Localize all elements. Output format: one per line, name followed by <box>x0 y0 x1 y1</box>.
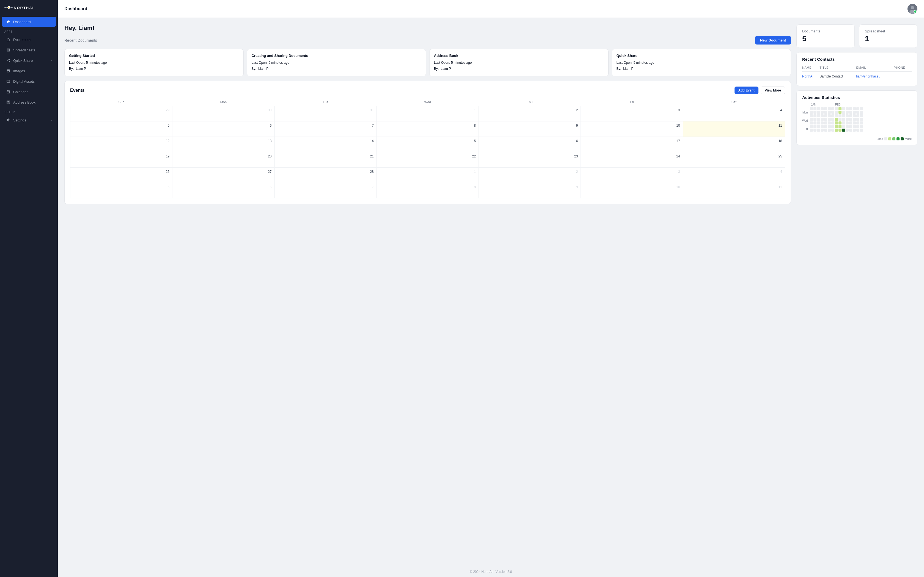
avatar[interactable] <box>908 4 918 14</box>
cal-day[interactable]: 26 <box>70 168 173 183</box>
cal-day[interactable]: 5 <box>70 121 173 137</box>
sidebar-item-label: Spreadsheets <box>13 48 35 52</box>
heatmap-cell <box>849 118 852 121</box>
sidebar-item-digital-assets[interactable]: Digital Assets <box>2 76 56 86</box>
heatmap-col <box>817 107 820 135</box>
contact-name-link[interactable]: NorthAI <box>802 74 813 78</box>
doc-card-0[interactable]: Getting Started Last Open: 5 minutes ago… <box>65 49 244 76</box>
cal-day[interactable]: 10 <box>581 121 683 137</box>
doc-card-2[interactable]: Address Book Last Open: 5 minutes ago By… <box>429 49 609 76</box>
cal-day[interactable]: 30 <box>173 106 275 121</box>
cal-day[interactable]: 8 <box>376 183 478 198</box>
cal-day[interactable]: 20 <box>173 152 275 168</box>
cal-day[interactable]: 4 <box>683 106 785 121</box>
contact-email-link[interactable]: liam@northai.eu <box>856 74 880 78</box>
cal-day[interactable]: 7 <box>275 121 376 137</box>
heatmap-cell <box>828 118 831 121</box>
images-icon <box>6 69 10 73</box>
cal-day[interactable]: 18 <box>683 137 785 152</box>
stat-card-documents: Documents 5 <box>796 24 855 48</box>
avatar-svg <box>908 4 918 14</box>
doc-card-1[interactable]: Creating and Sharing Documents Last Open… <box>247 49 426 76</box>
contact-phone <box>894 72 912 81</box>
cal-day[interactable]: 1 <box>376 106 478 121</box>
content-area: Hey, Liam! Recent Documents New Document… <box>58 18 924 567</box>
heatmap-cell <box>856 114 859 117</box>
legend-cell-2 <box>892 137 895 140</box>
by-label: By: <box>252 67 256 71</box>
sidebar-item-documents[interactable]: Documents <box>2 35 56 45</box>
sidebar-item-label: Documents <box>13 38 31 42</box>
cal-day[interactable]: 19 <box>70 152 173 168</box>
cal-day[interactable]: 23 <box>479 152 581 168</box>
cal-day[interactable]: 3 <box>581 168 683 183</box>
page-title: Dashboard <box>65 6 87 11</box>
doc-card-meta: Last Open: 5 minutes ago By: Liam P <box>252 60 422 72</box>
cal-day[interactable]: 2 <box>479 106 581 121</box>
cal-day[interactable]: 12 <box>70 137 173 152</box>
contact-email[interactable]: liam@northai.eu <box>856 72 894 81</box>
cal-day[interactable]: 9 <box>479 121 581 137</box>
cal-day[interactable]: 8 <box>376 121 478 137</box>
apps-section-label: APPS <box>0 27 58 34</box>
cal-day[interactable]: 29 <box>70 106 173 121</box>
cal-day[interactable]: 27 <box>173 168 275 183</box>
sidebar-item-settings[interactable]: Settings › <box>2 115 56 125</box>
heatmap-col <box>838 107 842 135</box>
cal-day[interactable]: 6 <box>173 183 275 198</box>
cal-day[interactable]: 17 <box>581 137 683 152</box>
cal-header-tue: Tue <box>275 98 376 106</box>
cal-day[interactable]: 15 <box>376 137 478 152</box>
sidebar-item-quick-share[interactable]: Quick Share › <box>2 55 56 65</box>
heatmap-cell <box>842 114 845 117</box>
contacts-card: Recent Contacts NAME TITLE EMAIL PHONE N… <box>796 52 918 86</box>
activity-title: Activities Statistics <box>802 95 912 100</box>
cal-day[interactable]: 21 <box>275 152 376 168</box>
by-value: Liam P <box>623 67 633 71</box>
sidebar-item-calendar[interactable]: Calendar <box>2 87 56 97</box>
heatmap-cell <box>813 129 816 132</box>
last-open-value: 5 minutes ago <box>269 61 289 64</box>
cal-day[interactable]: 13 <box>173 137 275 152</box>
heatmap-cell <box>846 114 849 117</box>
heatmap-cell <box>849 121 852 124</box>
cal-day[interactable]: 1 <box>376 168 478 183</box>
add-event-button[interactable]: Add Event <box>735 87 758 94</box>
heatmap-cell <box>849 125 852 128</box>
sidebar-item-address-book[interactable]: Address Book <box>2 97 56 107</box>
cal-day[interactable]: 2 <box>479 168 581 183</box>
heatmap-months: JAN FEB <box>811 103 912 106</box>
new-document-button[interactable]: New Document <box>755 36 791 45</box>
cal-day[interactable]: 25 <box>683 152 785 168</box>
cal-day[interactable]: 14 <box>275 137 376 152</box>
cal-day[interactable]: 5 <box>70 183 173 198</box>
view-more-button[interactable]: View More <box>761 87 785 94</box>
contact-name[interactable]: NorthAI <box>802 72 819 81</box>
cal-day[interactable]: 10 <box>581 183 683 198</box>
sidebar-item-label: Digital Assets <box>13 79 35 84</box>
cal-day[interactable]: 28 <box>275 168 376 183</box>
sidebar-item-spreadsheets[interactable]: Spreadsheets <box>2 45 56 55</box>
legend-cell-1 <box>888 137 891 140</box>
cal-day[interactable]: 7 <box>275 183 376 198</box>
heatmap-cell <box>860 125 863 128</box>
cal-day[interactable]: 6 <box>173 121 275 137</box>
cal-day[interactable]: 16 <box>479 137 581 152</box>
sidebar-item-images[interactable]: Images <box>2 66 56 76</box>
cal-day[interactable]: 11 <box>683 121 785 137</box>
heatmap-col <box>831 107 834 135</box>
cal-day[interactable]: 11 <box>683 183 785 198</box>
chevron-right-icon: › <box>51 119 52 122</box>
cal-day[interactable]: 22 <box>376 152 478 168</box>
doc-card-title: Quick Share <box>617 53 787 58</box>
cal-day[interactable]: 31 <box>275 106 376 121</box>
doc-card-3[interactable]: Quick Share Last Open: 5 minutes ago By:… <box>612 49 791 76</box>
sidebar-item-dashboard[interactable]: Dashboard <box>2 17 56 27</box>
cal-day[interactable]: 24 <box>581 152 683 168</box>
heatmap-cell <box>821 111 824 114</box>
heatmap-cell <box>842 107 845 110</box>
cal-day[interactable]: 3 <box>581 106 683 121</box>
heatmap-cell <box>810 125 813 128</box>
cal-day[interactable]: 9 <box>479 183 581 198</box>
cal-day[interactable]: 4 <box>683 168 785 183</box>
